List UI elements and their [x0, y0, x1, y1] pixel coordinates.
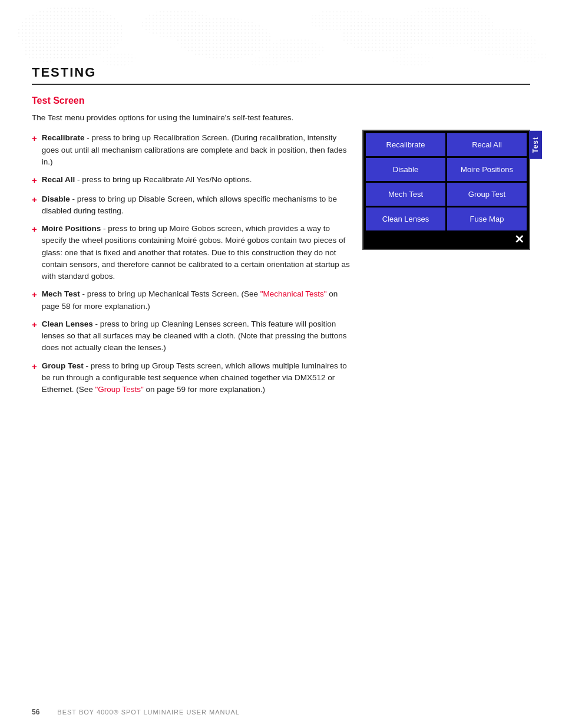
bullet-text: Mech Test - press to bring up Mechanical…: [42, 288, 352, 312]
bullet-label: Recal All: [42, 175, 75, 184]
test-panel-tab: Test: [529, 131, 542, 159]
header-section: TESTING: [32, 0, 530, 85]
bullet-text: Moiré Positions - press to bring up Moir…: [42, 223, 352, 282]
recal-all-button[interactable]: Recal All: [447, 133, 527, 156]
bullet-description-after: on page 59 for more explanation.): [144, 385, 265, 394]
list-item: + Mech Test - press to bring up Mechanic…: [32, 288, 352, 312]
bullet-text: Group Test - press to bring up Group Tes…: [42, 360, 352, 396]
mech-test-button[interactable]: Mech Test: [366, 183, 445, 206]
group-tests-link[interactable]: "Group Tests": [95, 385, 144, 394]
page-content: TESTING Test Screen The Test menu provid…: [0, 0, 562, 401]
intro-text: The Test menu provides options for using…: [32, 112, 530, 124]
list-item: + Recal All - press to bring up Recalibr…: [32, 174, 352, 187]
test-panel-column: Recalibrate Recal All Disable Moire Posi…: [362, 130, 530, 250]
bullet-text: Clean Lenses - press to bring up Cleanin…: [42, 318, 352, 354]
test-panel: Recalibrate Recal All Disable Moire Posi…: [362, 130, 530, 250]
close-icon[interactable]: ✕: [512, 232, 527, 246]
disable-button[interactable]: Disable: [366, 158, 445, 181]
list-item: + Group Test - press to bring up Group T…: [32, 360, 352, 396]
section-heading: Test Screen: [32, 95, 530, 106]
bullet-label: Group Test: [42, 361, 84, 370]
bullet-plus-icon: +: [32, 193, 37, 207]
mechanical-tests-link[interactable]: "Mechanical Tests": [260, 289, 327, 298]
bullet-description: - press to bring up Mechanical Tests Scr…: [82, 289, 260, 298]
fuse-map-button[interactable]: Fuse Map: [447, 207, 527, 230]
list-item: + Recalibrate - press to bring up Recali…: [32, 132, 352, 168]
panel-close-row: ✕: [366, 230, 527, 246]
bullet-plus-icon: +: [32, 132, 37, 146]
bullet-description: - press to bring up Recalibration Screen…: [42, 133, 347, 166]
bullet-text: Disable - press to bring up Disable Scre…: [42, 193, 352, 218]
bullet-label: Disable: [42, 195, 70, 203]
page-title: TESTING: [32, 65, 530, 80]
bullet-plus-icon: +: [32, 360, 37, 374]
bullet-description: - press to bring up Disable Screen, whic…: [42, 195, 337, 215]
content-area: + Recalibrate - press to bring up Recali…: [32, 132, 530, 401]
bullet-plus-icon: +: [32, 174, 37, 187]
text-column: + Recalibrate - press to bring up Recali…: [32, 132, 352, 401]
list-item: + Disable - press to bring up Disable Sc…: [32, 193, 352, 218]
recalibrate-button[interactable]: Recalibrate: [366, 133, 445, 156]
bullet-label: Clean Lenses: [42, 319, 93, 328]
group-test-button[interactable]: Group Test: [447, 183, 527, 206]
bullet-text: Recalibrate - press to bring up Recalibr…: [42, 132, 352, 168]
bullet-plus-icon: +: [32, 288, 37, 302]
bullet-label: Mech Test: [42, 289, 80, 298]
bullet-label: Moiré Positions: [42, 224, 101, 233]
footer-page-number: 56: [32, 708, 39, 716]
bullet-description: - press to bring up Recalibrate All Yes/…: [77, 175, 252, 184]
bullet-label: Recalibrate: [42, 133, 85, 142]
panel-grid: Recalibrate Recal All Disable Moire Posi…: [366, 133, 527, 230]
bullet-text: Recal All - press to bring up Recalibrat…: [42, 174, 352, 186]
bullet-plus-icon: +: [32, 223, 37, 236]
list-item: + Clean Lenses - press to bring up Clean…: [32, 318, 352, 354]
clean-lenses-button[interactable]: Clean Lenses: [366, 207, 445, 230]
list-item: + Moiré Positions - press to bring up Mo…: [32, 223, 352, 282]
tab-label: Test: [531, 137, 540, 153]
footer-product-name: BEST BOY 4000® SPOT LUMINAIRE USER MANUA…: [57, 709, 240, 716]
moire-positions-button[interactable]: Moire Positions: [447, 158, 527, 181]
page-footer: 56 BEST BOY 4000® SPOT LUMINAIRE USER MA…: [32, 708, 530, 716]
bullet-plus-icon: +: [32, 318, 37, 332]
bullet-list: + Recalibrate - press to bring up Recali…: [32, 132, 352, 396]
